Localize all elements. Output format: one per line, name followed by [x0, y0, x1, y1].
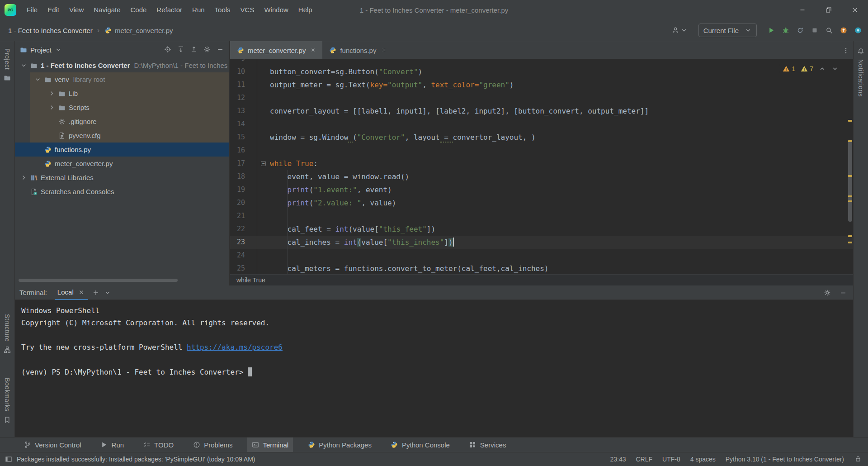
- toolwindow-button-version-control[interactable]: Version Control: [19, 437, 86, 452]
- close-tab-icon[interactable]: [381, 47, 387, 54]
- restore-button[interactable]: [816, 0, 842, 20]
- code-with-me-button[interactable]: [854, 27, 862, 34]
- code-text[interactable]: cal_meters = functions.convert_to_meter(…: [270, 262, 853, 274]
- code-text[interactable]: print("2.value: ", value): [270, 196, 853, 209]
- status-crlf[interactable]: CRLF: [636, 456, 652, 463]
- project-toolbar-locate[interactable]: [164, 45, 171, 54]
- menu-help[interactable]: Help: [293, 0, 317, 20]
- tree-item-1-feet-to-inches-converter[interactable]: 1 - Feet to Inches ConverterD:\MyPython\…: [15, 58, 229, 72]
- close-button[interactable]: [842, 0, 868, 20]
- menu-tools[interactable]: Tools: [210, 0, 236, 20]
- stripe-button-project[interactable]: Project: [4, 46, 11, 84]
- code-text[interactable]: [270, 144, 853, 157]
- minimize-button[interactable]: [789, 0, 816, 20]
- editor-tab-meter-converter-py[interactable]: meter_converter.py: [230, 41, 322, 59]
- editor-context-bar[interactable]: while True: [230, 274, 853, 285]
- code-text[interactable]: [270, 59, 853, 65]
- project-panel-title[interactable]: Project: [30, 46, 52, 54]
- status-23-43[interactable]: 23:43: [610, 456, 626, 463]
- readonly-toggle[interactable]: [854, 455, 862, 464]
- toolwindow-button-run[interactable]: Run: [96, 437, 129, 452]
- fold-icon[interactable]: −: [261, 161, 266, 166]
- line-number[interactable]: 19: [230, 183, 257, 196]
- status-message[interactable]: Packages installed successfully: Install…: [17, 456, 255, 463]
- toolwindow-button-terminal[interactable]: Terminal: [247, 437, 293, 452]
- line-number[interactable]: 24: [230, 249, 257, 262]
- status-python-3-10-1-feet-to-inches-converter[interactable]: Python 3.10 (1 - Feet to Inches Converte…: [726, 456, 844, 463]
- toolwindow-button-services[interactable]: Services: [464, 437, 511, 452]
- code-text[interactable]: print("1.event:", event): [270, 183, 853, 196]
- status-4-spaces[interactable]: 4 spaces: [690, 456, 716, 463]
- code-text[interactable]: output_meter = sg.Text(key="output", tex…: [270, 78, 853, 91]
- breadcrumb-item-meter-converter-py[interactable]: meter_converter.py: [104, 27, 173, 34]
- line-number[interactable]: 22: [230, 223, 257, 236]
- tree-item-lib[interactable]: Lib: [15, 86, 229, 100]
- line-number[interactable]: 14: [230, 118, 257, 131]
- line-number[interactable]: 25: [230, 262, 257, 274]
- tree-item-meter-converter-py[interactable]: meter_converter.py: [15, 157, 229, 171]
- stop-button[interactable]: [811, 27, 818, 34]
- chevron-down-icon[interactable]: [55, 46, 62, 54]
- code-text[interactable]: cal_inches = int(value["this_inches"]): [270, 236, 853, 249]
- terminal-output[interactable]: Windows PowerShellCopyright (C) Microsof…: [15, 300, 853, 378]
- menu-code[interactable]: Code: [125, 0, 151, 20]
- menu-edit[interactable]: Edit: [42, 0, 64, 20]
- project-toolbar-gear[interactable]: [203, 45, 211, 54]
- project-toolbar-expand-all[interactable]: [177, 45, 184, 54]
- line-number[interactable]: 13: [230, 105, 257, 118]
- close-tab-icon[interactable]: [78, 288, 85, 296]
- new-terminal-icon[interactable]: [92, 289, 100, 296]
- line-number[interactable]: 9: [230, 59, 257, 65]
- run-with-coverage-button[interactable]: [796, 27, 804, 34]
- tree-item-venv[interactable]: venvlibrary root: [15, 72, 229, 86]
- code-text[interactable]: [270, 249, 853, 262]
- line-number[interactable]: 18: [230, 170, 257, 183]
- user-account-button[interactable]: [672, 27, 688, 34]
- line-number[interactable]: 15: [230, 131, 257, 144]
- editor-scrollbar-thumb[interactable]: [848, 140, 852, 222]
- stripe-button-notifications[interactable]: Notifications: [857, 45, 865, 100]
- toolwindow-button-python-packages[interactable]: Python Packages: [303, 437, 376, 452]
- tree-item-external-libraries[interactable]: External Libraries: [15, 171, 229, 185]
- line-number[interactable]: 10: [230, 65, 257, 78]
- menu-navigate[interactable]: Navigate: [89, 0, 125, 20]
- inspections-widget[interactable]: 1 7: [779, 64, 841, 73]
- menu-window[interactable]: Window: [259, 0, 293, 20]
- line-number[interactable]: 20: [230, 196, 257, 209]
- project-toolbar-hide[interactable]: [216, 45, 224, 54]
- line-number[interactable]: 21: [230, 209, 257, 223]
- menu-run[interactable]: Run: [187, 0, 210, 20]
- code-text[interactable]: [270, 209, 853, 223]
- tree-item-scratches-and-consoles[interactable]: Scratches and Consoles: [15, 185, 229, 199]
- tree-item-scripts[interactable]: Scripts: [15, 100, 229, 114]
- tree-item-gitignore[interactable]: .gitignore: [15, 114, 229, 128]
- update-available-button[interactable]: [840, 27, 847, 34]
- toolwindow-button-todo[interactable]: TODO: [138, 437, 178, 452]
- next-problem-icon[interactable]: [831, 65, 839, 72]
- tree-item-pyvenv-cfg[interactable]: pyvenv.cfg: [15, 128, 229, 143]
- stripe-button-structure[interactable]: Structure: [4, 311, 11, 356]
- line-number[interactable]: 17: [230, 157, 257, 170]
- tree-item-functions-py[interactable]: functions.py: [15, 143, 229, 157]
- code-text[interactable]: event, value = window.read(): [270, 170, 853, 183]
- line-number[interactable]: 23: [230, 236, 257, 249]
- editor-tab-functions-py[interactable]: functions.py: [322, 41, 393, 59]
- code-text[interactable]: window = sg.Window ("Convertor", layout …: [270, 131, 853, 144]
- hide-terminal-icon[interactable]: [839, 289, 847, 296]
- terminal-link[interactable]: https://aka.ms/pscore6: [187, 343, 283, 352]
- previous-problem-icon[interactable]: [818, 65, 826, 72]
- terminal-settings-icon[interactable]: [823, 289, 831, 296]
- breadcrumb-item-1-feet-to-inches-converter[interactable]: 1 - Feet to Inches Converter: [8, 27, 93, 34]
- run-configuration-select[interactable]: Current File: [698, 24, 757, 37]
- stripe-button-bookmarks[interactable]: Bookmarks: [4, 375, 11, 426]
- menu-vcs[interactable]: VCS: [236, 0, 259, 20]
- code-text[interactable]: convertor_layout = [[label1, input1], [l…: [270, 105, 853, 118]
- run-button[interactable]: [767, 27, 775, 34]
- toolwindow-switcher-icon[interactable]: [5, 456, 12, 463]
- menu-view[interactable]: View: [64, 0, 89, 20]
- code-text[interactable]: cal_feet = int(value["this_feet"]): [270, 223, 853, 236]
- code-text[interactable]: [270, 118, 853, 131]
- debug-button[interactable]: [782, 27, 789, 34]
- close-tab-icon[interactable]: [310, 47, 316, 54]
- terminal-dropdown-icon[interactable]: [104, 289, 112, 296]
